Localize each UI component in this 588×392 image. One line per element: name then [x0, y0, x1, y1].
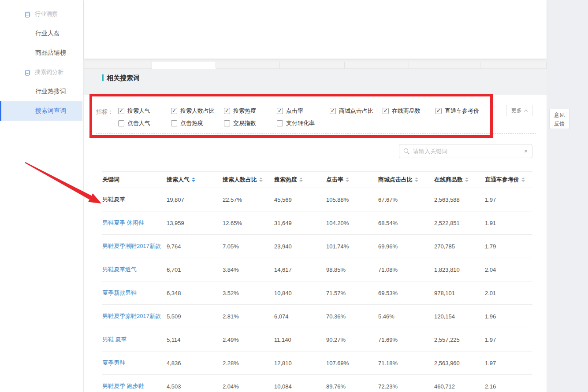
sidebar-section-industry-insight[interactable]: 行业洞察	[0, 4, 82, 24]
table-row: 男鞋夏季 休闲鞋 13,959 12.65% 31,649 104.20% 68…	[102, 211, 532, 235]
cell-mall-click-share: 72.23%	[378, 383, 434, 390]
tab-1-active[interactable]	[152, 62, 216, 69]
cell-click-rate: 98.85%	[326, 266, 378, 273]
metrics-label: 指标：	[96, 108, 113, 116]
cell-mall-click-share: 5.46%	[378, 313, 434, 320]
checkbox-icon[interactable]	[277, 108, 283, 114]
checkbox-icon[interactable]	[435, 108, 442, 114]
metric-checkbox-item[interactable]: 点击热度	[171, 119, 224, 127]
cell-click-rate: 71.57%	[326, 290, 378, 296]
keyword-search-input[interactable]	[413, 148, 524, 155]
metric-label: 搜索人气	[127, 107, 150, 115]
metric-label: 交易指数	[233, 119, 256, 127]
table-row: 男鞋夏季 19,807 22.57% 45,569 105.88% 67.67%…	[102, 188, 532, 211]
metric-label: 点击人气	[127, 119, 150, 127]
cell-click-rate: 89.76%	[326, 383, 378, 390]
keyword-link[interactable]: 男鞋夏季 跑步鞋	[102, 383, 144, 389]
cell-ztc-price: 1.96	[485, 313, 532, 320]
checkbox-icon[interactable]	[224, 120, 230, 126]
feedback-button[interactable]: 意见 反馈	[549, 109, 569, 129]
tab-0[interactable]	[84, 62, 152, 69]
checkbox-icon[interactable]	[224, 108, 230, 114]
metric-checkbox-item[interactable]: 直通车参考价	[435, 107, 488, 115]
header-card	[84, 0, 547, 59]
tab-6[interactable]	[480, 62, 547, 69]
cell-search-heat: 10,084	[274, 383, 326, 390]
cell-search-popularity: 9,764	[167, 243, 223, 250]
keyword-table: 关键词 搜索人气 搜索人数占比 搜索热度 点击率 商城点击占比 在线商品数 直通…	[102, 171, 532, 392]
metric-checkbox-item[interactable]: 支付转化率	[277, 119, 330, 127]
table-row: 男鞋夏季凉鞋2017新款 5,509 2.81% 6,074 70.36% 5.…	[102, 305, 532, 328]
metrics-checkbox-row-2: 点击人气 点击热度 交易指数 支付转化率	[118, 119, 330, 127]
col-header-search-popularity[interactable]: 搜索人气	[167, 176, 223, 184]
sidebar-item-industry-market[interactable]: 行业大盘	[0, 24, 82, 43]
tab-5[interactable]	[409, 62, 480, 69]
keyword-link[interactable]: 男鞋夏季 休闲鞋	[102, 219, 144, 226]
col-header-searcher-share[interactable]: 搜索人数占比	[223, 176, 274, 184]
metric-checkbox-item[interactable]: 搜索人数占比	[171, 107, 224, 115]
checkbox-icon[interactable]	[118, 120, 124, 126]
sort-icon	[299, 178, 303, 182]
metric-checkbox-item[interactable]: 搜索热度	[224, 107, 277, 115]
checkbox-icon[interactable]	[277, 120, 283, 126]
keyword-link[interactable]: 男鞋 夏季	[102, 336, 127, 343]
keyword-link[interactable]: 男鞋夏季凉鞋2017新款	[102, 313, 161, 319]
sort-icon	[465, 178, 469, 182]
sidebar-item-hot-search-words[interactable]: 行业热搜词	[0, 82, 82, 101]
sort-icon	[415, 178, 418, 182]
checkbox-icon[interactable]	[171, 120, 177, 126]
keyword-link[interactable]: 夏季男鞋	[102, 359, 125, 366]
metric-checkbox-item[interactable]: 搜索人气	[118, 107, 171, 115]
metric-label: 点击热度	[180, 119, 203, 127]
metrics-checkbox-row-1: 搜索人气 搜索人数占比 搜索热度 点击率 商城点击占比	[118, 107, 488, 115]
cell-search-heat: 23,940	[274, 243, 326, 250]
keyword-link[interactable]: 男鞋夏季潮鞋2017新款	[102, 243, 161, 249]
clear-icon[interactable]: ×	[524, 148, 528, 155]
cell-searcher-share: 2.04%	[223, 383, 274, 390]
col-header-online-products[interactable]: 在线商品数	[434, 176, 485, 184]
keyword-link[interactable]: 夏季新款男鞋	[102, 289, 137, 296]
cell-ztc-price: 1.97	[485, 337, 532, 343]
checkbox-icon[interactable]	[171, 108, 177, 114]
cell-click-rate: 107.69%	[326, 360, 378, 366]
cell-search-heat: 14,617	[274, 266, 326, 273]
metric-checkbox-item[interactable]: 点击率	[277, 107, 330, 115]
cell-online-products: 2,563,588	[434, 196, 485, 203]
col-header-ztc-price[interactable]: 直通车参考价	[485, 176, 532, 184]
cell-searcher-share: 3.84%	[223, 266, 274, 273]
sidebar-item-search-word-query[interactable]: 搜索词查询	[0, 101, 82, 121]
more-button[interactable]: 更多	[506, 105, 532, 116]
sidebar-section-search-analysis[interactable]: 搜索词分析	[0, 63, 82, 82]
tab-2[interactable]	[216, 62, 280, 69]
metric-label: 商城点击占比	[339, 107, 373, 115]
cell-search-popularity: 5,509	[167, 313, 223, 320]
sort-icon	[192, 178, 195, 182]
cell-online-products: 270,785	[434, 243, 485, 250]
keyword-link[interactable]: 男鞋夏季	[102, 196, 125, 203]
metric-checkbox-item[interactable]: 交易指数	[224, 119, 277, 127]
col-header-mall-click-share[interactable]: 商城点击占比	[378, 176, 434, 184]
tab-3[interactable]	[280, 62, 345, 69]
metric-checkbox-item[interactable]: 点击人气	[118, 119, 171, 127]
cell-online-products: 2,522,851	[434, 220, 485, 226]
cell-online-products: 1,823,810	[434, 266, 485, 273]
col-header-click-rate[interactable]: 点击率	[326, 176, 378, 184]
cell-ztc-price: 1.97	[485, 360, 532, 366]
checkbox-icon[interactable]	[118, 108, 124, 114]
checkbox-icon[interactable]	[383, 108, 389, 114]
cell-search-heat: 6,074	[274, 313, 326, 320]
metric-checkbox-item[interactable]: 商城点击占比	[330, 107, 383, 115]
metric-label: 点击率	[286, 107, 303, 115]
checkbox-icon[interactable]	[330, 108, 336, 114]
cell-search-popularity: 19,807	[167, 196, 223, 203]
metric-checkbox-item[interactable]: 在线商品数	[383, 107, 435, 115]
col-header-search-heat[interactable]: 搜索热度	[274, 176, 326, 184]
related-search-panel: 指标： 搜索人气 搜索人数占比 搜索热度 点击率	[84, 95, 547, 392]
cell-online-products: 2,557,225	[434, 337, 485, 343]
cell-click-rate: 90.27%	[326, 337, 378, 343]
cell-ztc-price: 2.01	[485, 290, 532, 296]
keyword-link[interactable]: 男鞋夏季透气	[102, 266, 137, 273]
sidebar-item-product-shop-rank[interactable]: 商品店铺榜	[0, 43, 82, 63]
tab-4[interactable]	[345, 62, 409, 69]
cell-search-heat: 10,840	[274, 290, 326, 296]
